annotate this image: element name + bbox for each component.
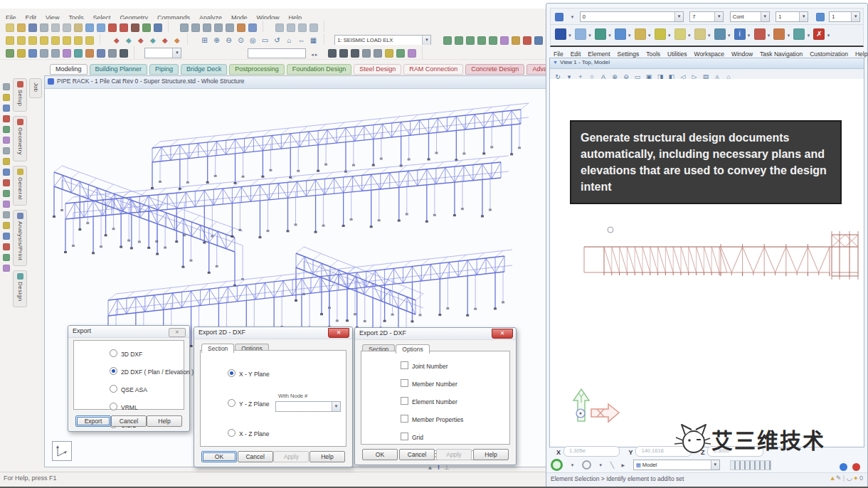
axes-toggle-icon[interactable]	[40, 49, 48, 58]
level-display-icon[interactable]	[674, 28, 686, 40]
new-window-icon[interactable]	[275, 23, 284, 32]
record-dot-icon[interactable]	[852, 463, 860, 471]
line-style-dropdown[interactable]: Cont▼	[730, 11, 770, 22]
checkbox-member-properties[interactable]: Member Properties	[401, 415, 509, 423]
export-button[interactable]: Export	[75, 415, 111, 427]
tab-ram-connection[interactable]: RAM Connection	[403, 64, 463, 75]
snap-node-plate-icon[interactable]: ◆	[124, 36, 133, 45]
checkbox-member-number[interactable]: Member Number	[401, 379, 509, 388]
help-button[interactable]: Help	[473, 449, 509, 460]
page-tab-geometry[interactable]: Geometry	[13, 116, 27, 161]
checkbox[interactable]	[401, 397, 408, 405]
radio-button[interactable]	[110, 367, 117, 375]
help-button[interactable]: Help	[147, 415, 182, 427]
model-window-titlebar[interactable]: PIPE RACK - 1 Pile Cat Rev 0 - Super Str…	[45, 76, 547, 89]
menu-window[interactable]: Window	[731, 51, 753, 58]
radio-button[interactable]	[228, 369, 235, 377]
tab-bridge-deck[interactable]: Bridge Deck	[181, 64, 227, 75]
menu-task-navigation[interactable]: Task Navigation	[760, 51, 803, 58]
side-tool-icon[interactable]	[3, 158, 10, 165]
menu-workspace[interactable]: Workspace	[694, 51, 724, 58]
cancel-button[interactable]: Cancel	[238, 451, 273, 462]
chevron-down-icon[interactable]: ▼	[767, 33, 771, 38]
zoom-extents-icon[interactable]: ◎	[248, 36, 258, 45]
cancel-button[interactable]: Cancel	[399, 449, 435, 460]
chevron-down-icon[interactable]: ▼	[761, 12, 769, 21]
chevron-down-icon[interactable]: ▼	[826, 33, 830, 38]
diagrams-icon[interactable]	[85, 49, 94, 58]
chevron-down-icon[interactable]: ▼	[711, 460, 719, 470]
side-tool-icon[interactable]	[3, 169, 10, 176]
cells-icon[interactable]	[694, 28, 706, 40]
radio-x-y-plane[interactable]: X - Y Plane	[228, 369, 346, 378]
view-titlebar[interactable]: ▼View 1 - Top, Model	[550, 58, 864, 69]
grid-toggle-icon[interactable]	[51, 49, 60, 58]
snap-grid-icon[interactable]: ◆	[136, 36, 145, 45]
snap-node-beam-icon[interactable]: ◆	[112, 36, 121, 45]
geometry-cursor-icon[interactable]	[362, 49, 371, 58]
side-tool-icon[interactable]	[3, 179, 10, 186]
zoom-capture-icon[interactable]: ⊞	[200, 36, 209, 45]
chevron-down-icon[interactable]: ▼	[422, 36, 430, 45]
select-cursor-icon[interactable]	[120, 49, 128, 58]
chevron-down-icon[interactable]: ▼	[799, 12, 808, 21]
raster-manager-icon[interactable]	[635, 28, 646, 40]
radio-button[interactable]	[110, 403, 117, 410]
side-tool-icon[interactable]	[3, 83, 10, 90]
open-file-icon[interactable]	[17, 23, 26, 32]
generate-icon[interactable]	[500, 36, 509, 45]
connect-beams-icon[interactable]	[63, 36, 71, 45]
model-dropdown[interactable]: ▦ Model▼	[633, 460, 720, 470]
side-tool-icon[interactable]	[3, 233, 10, 240]
tab-steel-design[interactable]: Steel Design	[354, 64, 401, 75]
chevron-down-icon[interactable]: ▼	[747, 33, 751, 38]
snapshot-icon[interactable]	[237, 23, 245, 32]
save-icon[interactable]	[28, 23, 37, 32]
add-beam-icon[interactable]	[6, 36, 14, 45]
chevron-down-icon[interactable]: ▼	[608, 33, 612, 38]
coordinate-input[interactable]	[248, 48, 306, 58]
run-analysis-icon[interactable]	[131, 23, 139, 32]
loads-toggle-icon[interactable]	[17, 49, 26, 58]
intersect-icon[interactable]: ◆	[160, 36, 169, 45]
menu-utilities[interactable]: Utilities	[667, 51, 687, 58]
chevron-down-icon[interactable]: ▼	[707, 33, 711, 38]
measure-icon[interactable]	[714, 28, 726, 40]
active-element-icon[interactable]	[555, 13, 563, 21]
view-iso-icon[interactable]	[226, 23, 234, 32]
side-tool-icon[interactable]	[3, 115, 10, 122]
translational-repeat-icon[interactable]	[443, 36, 452, 45]
flag-icon[interactable]	[773, 28, 785, 40]
highlight-icon[interactable]	[385, 49, 393, 58]
markup-icon[interactable]	[754, 28, 766, 40]
select-parallel-icon[interactable]	[108, 49, 117, 58]
side-tool-icon[interactable]	[3, 265, 10, 272]
delete-icon[interactable]	[108, 23, 117, 32]
menu-tools[interactable]: Tools	[646, 51, 660, 58]
radio-2d-dxf-plan-elevation[interactable]: 2D DXF ( Plan / Elevation )	[110, 367, 184, 376]
paste-icon[interactable]	[74, 23, 83, 32]
tab-concrete-design[interactable]: Concrete Design	[465, 64, 524, 75]
checkbox-grid[interactable]: Grid	[401, 433, 509, 441]
view-front-icon[interactable]	[191, 23, 200, 32]
radio-qse-asa[interactable]: QSE ASA	[110, 385, 184, 393]
radio-3d-dxf[interactable]: 3D DXF	[110, 349, 184, 358]
add-surface-icon[interactable]	[40, 36, 48, 45]
view-menu-icon[interactable]: ▼	[553, 60, 558, 65]
open-view-icon[interactable]	[248, 23, 257, 32]
view-rotate-icon[interactable]	[180, 23, 189, 32]
print-icon[interactable]	[40, 23, 48, 32]
menu-customization[interactable]: Customization	[810, 51, 848, 58]
dialog-tab-section[interactable]: Section	[201, 344, 234, 353]
copy-icon[interactable]	[63, 23, 71, 32]
cancel-button[interactable]: Cancel	[111, 415, 147, 427]
active-angle-icon[interactable]: ╲	[610, 462, 614, 469]
side-tool-icon[interactable]	[3, 254, 10, 261]
side-tool-icon[interactable]	[3, 222, 10, 229]
radio-vrml[interactable]: VRML	[110, 403, 184, 411]
analyze-icon[interactable]: i	[734, 28, 746, 40]
radio-button[interactable]	[110, 385, 117, 393]
tab-building-planner[interactable]: Building Planner	[90, 64, 148, 75]
calc-icon[interactable]	[154, 23, 162, 32]
labels-toggle-icon[interactable]	[63, 49, 71, 58]
